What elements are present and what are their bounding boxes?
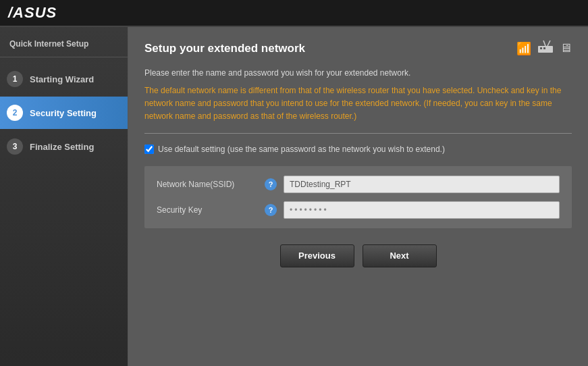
sidebar-title: Quick Internet Setup <box>0 34 128 57</box>
step-circle-2: 2 <box>7 105 23 121</box>
security-key-row: Security Key ? <box>157 201 560 219</box>
previous-button[interactable]: Previous <box>280 244 354 267</box>
step-circle-1: 1 <box>7 71 23 87</box>
security-key-label: Security Key <box>157 205 265 215</box>
checkbox-row[interactable]: Use default setting (use the same passwo… <box>144 145 572 154</box>
svg-rect-1 <box>540 47 542 49</box>
asus-logo: /ASUS <box>8 4 57 22</box>
security-key-help-icon[interactable]: ? <box>265 204 277 216</box>
sidebar-label-finalize-setting: Finalize Setting <box>30 142 94 152</box>
divider <box>144 133 572 134</box>
checkbox-label: Use default setting (use the same passwo… <box>158 145 445 154</box>
info-text: Please enter the name and password you w… <box>144 67 572 79</box>
signal-icon: 📶 <box>516 41 531 56</box>
sidebar-item-security-setting[interactable]: 2 Security Setting <box>0 97 128 129</box>
network-name-input[interactable] <box>284 176 560 193</box>
sidebar-label-starting-wizard: Starting Wizard <box>30 74 94 84</box>
button-row: Previous Next <box>144 244 572 267</box>
network-name-help-icon[interactable]: ? <box>265 178 277 190</box>
svg-rect-2 <box>543 47 545 49</box>
network-icons: 📶 🖥 <box>516 39 572 57</box>
top-bar: /ASUS <box>0 0 588 27</box>
svg-line-3 <box>543 41 545 46</box>
content-area: Setup your extended network 📶 🖥 Please e… <box>128 27 588 366</box>
step-circle-3: 3 <box>7 138 23 155</box>
network-name-label: Network Name(SSID) <box>157 180 265 189</box>
sidebar-label-security-setting: Security Setting <box>30 108 97 118</box>
content-header: Setup your extended network 📶 🖥 <box>144 39 572 57</box>
svg-line-4 <box>547 41 550 46</box>
page-title: Setup your extended network <box>144 42 305 55</box>
router-icon <box>537 39 554 57</box>
default-setting-checkbox[interactable] <box>144 145 154 154</box>
next-button[interactable]: Next <box>363 244 437 267</box>
form-section: Network Name(SSID) ? Security Key ? <box>144 166 572 228</box>
svg-rect-0 <box>538 46 553 53</box>
sidebar: Quick Internet Setup 1 Starting Wizard 2… <box>0 27 128 366</box>
main-layout: Quick Internet Setup 1 Starting Wizard 2… <box>0 27 588 366</box>
sidebar-item-finalize-setting[interactable]: 3 Finalize Setting <box>0 130 128 163</box>
network-name-row: Network Name(SSID) ? <box>157 176 560 193</box>
computer-icon: 🖥 <box>560 41 572 55</box>
security-key-input[interactable] <box>284 201 560 219</box>
warning-text: The default network name is different fr… <box>144 84 572 124</box>
sidebar-item-starting-wizard[interactable]: 1 Starting Wizard <box>0 63 128 95</box>
